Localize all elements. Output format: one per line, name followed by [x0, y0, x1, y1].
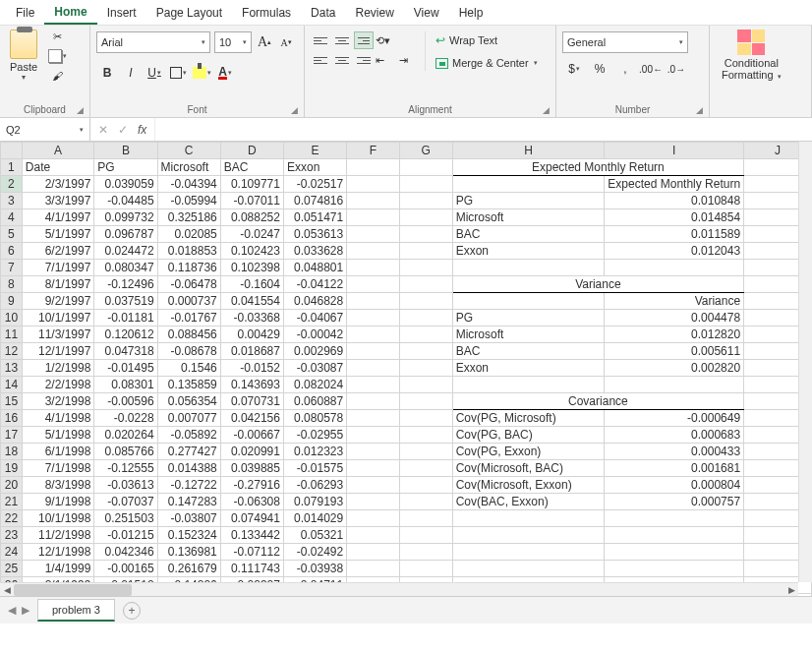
row-header-2[interactable]: 2 [1, 176, 23, 193]
accounting-button[interactable]: $▾ [562, 59, 586, 79]
cell-I24[interactable] [605, 544, 744, 561]
cell-F14[interactable] [347, 377, 400, 393]
cell-H19[interactable]: Cov(Microsoft, BAC) [452, 460, 605, 477]
cell-D11[interactable]: 0.00429 [220, 326, 283, 343]
cell-F19[interactable] [347, 460, 400, 477]
menu-data[interactable]: Data [301, 2, 345, 24]
tab-nav-next-icon[interactable]: ▶ [22, 604, 29, 617]
cell-A15[interactable]: 3/2/1998 [22, 393, 94, 410]
cell-E3[interactable]: 0.074816 [283, 193, 346, 209]
select-all-corner[interactable] [1, 143, 23, 159]
cell-G5[interactable] [399, 226, 452, 243]
cell-D5[interactable]: -0.0247 [220, 226, 283, 243]
cell-G6[interactable] [399, 243, 452, 260]
row-header-15[interactable]: 15 [1, 393, 23, 410]
underline-button[interactable]: U▾ [144, 63, 165, 83]
scroll-left-icon[interactable]: ◀ [0, 583, 14, 597]
cell-B17[interactable]: 0.020264 [94, 427, 157, 444]
row-header-23[interactable]: 23 [1, 527, 23, 544]
cell-F24[interactable] [347, 544, 400, 561]
increase-font-button[interactable]: A▴ [256, 32, 273, 52]
cell-H11[interactable]: Microsoft [452, 326, 605, 343]
cell-I2[interactable]: Expected Monthly Return [605, 176, 744, 193]
cell-F22[interactable] [347, 510, 400, 527]
cell-F9[interactable] [347, 293, 400, 310]
cell-C17[interactable]: -0.05892 [157, 427, 220, 444]
cell-D12[interactable]: 0.018687 [220, 343, 283, 360]
cell-I17[interactable]: 0.000683 [605, 427, 744, 444]
fx-icon[interactable]: fx [138, 123, 146, 137]
cell-D24[interactable]: -0.07112 [220, 544, 283, 561]
cell-E23[interactable]: 0.05321 [283, 527, 346, 544]
wrap-text-button[interactable]: ↩Wrap Text [432, 31, 542, 49]
cell-B16[interactable]: -0.0228 [94, 410, 157, 427]
cell-D1[interactable]: BAC [220, 159, 283, 176]
cell-E25[interactable]: -0.03938 [283, 561, 346, 577]
number-format-select[interactable]: General▾ [562, 31, 688, 53]
formula-input[interactable] [155, 118, 812, 141]
row-header-3[interactable]: 3 [1, 193, 23, 209]
cell-C11[interactable]: 0.088456 [157, 326, 220, 343]
cell-B5[interactable]: 0.096787 [94, 226, 157, 243]
cell-E19[interactable]: -0.01575 [283, 460, 346, 477]
cell-D2[interactable]: 0.109771 [220, 176, 283, 193]
cell-A19[interactable]: 7/1/1998 [22, 460, 94, 477]
cell-E16[interactable]: 0.080578 [283, 410, 346, 427]
cell-H1[interactable]: Expected Monthly Return [452, 159, 743, 176]
font-color-button[interactable]: A▾ [214, 63, 236, 83]
cell-G19[interactable] [399, 460, 452, 477]
cell-I16[interactable]: -0.000649 [605, 410, 744, 427]
cell-F7[interactable] [347, 260, 400, 276]
cell-C7[interactable]: 0.118736 [157, 260, 220, 276]
cell-B2[interactable]: 0.039059 [94, 176, 157, 193]
cell-H8[interactable]: Variance [452, 276, 743, 293]
cell-B6[interactable]: 0.024472 [94, 243, 157, 260]
row-header-12[interactable]: 12 [1, 343, 23, 360]
cell-H12[interactable]: BAC [452, 343, 605, 360]
cell-B22[interactable]: 0.251503 [94, 510, 157, 527]
cell-I6[interactable]: 0.012043 [605, 243, 744, 260]
cell-H20[interactable]: Cov(Microsoft, Exxon) [452, 477, 605, 494]
cell-F16[interactable] [347, 410, 400, 427]
cell-C23[interactable]: 0.152324 [157, 527, 220, 544]
cell-D10[interactable]: -0.03368 [220, 310, 283, 326]
cell-G20[interactable] [399, 477, 452, 494]
cell-A8[interactable]: 8/1/1997 [22, 276, 94, 293]
row-header-16[interactable]: 16 [1, 410, 23, 427]
cell-E2[interactable]: -0.02517 [283, 176, 346, 193]
cell-E5[interactable]: 0.053613 [283, 226, 346, 243]
cell-D25[interactable]: 0.111743 [220, 561, 283, 577]
cell-I21[interactable]: 0.000757 [605, 494, 744, 510]
cell-A5[interactable]: 5/1/1997 [22, 226, 94, 243]
cell-G13[interactable] [399, 360, 452, 377]
cell-G14[interactable] [399, 377, 452, 393]
cell-C10[interactable]: -0.01767 [157, 310, 220, 326]
col-header-I[interactable]: I [605, 143, 744, 159]
cell-C8[interactable]: -0.06478 [157, 276, 220, 293]
col-header-G[interactable]: G [399, 143, 452, 159]
dialog-launcher-icon[interactable]: ◢ [77, 105, 84, 115]
cell-E18[interactable]: 0.012323 [283, 444, 346, 460]
cell-D20[interactable]: -0.27916 [220, 477, 283, 494]
cell-F6[interactable] [347, 243, 400, 260]
cell-C14[interactable]: 0.135859 [157, 377, 220, 393]
cell-F25[interactable] [347, 561, 400, 577]
percent-button[interactable]: % [588, 59, 611, 79]
row-header-5[interactable]: 5 [1, 226, 23, 243]
cell-G9[interactable] [399, 293, 452, 310]
cell-C18[interactable]: 0.277427 [157, 444, 220, 460]
cell-E6[interactable]: 0.033628 [283, 243, 346, 260]
cell-E8[interactable]: -0.04122 [283, 276, 346, 293]
row-header-8[interactable]: 8 [1, 276, 23, 293]
row-header-7[interactable]: 7 [1, 260, 23, 276]
cell-E15[interactable]: 0.060887 [283, 393, 346, 410]
cell-D3[interactable]: -0.07011 [220, 193, 283, 209]
cell-B25[interactable]: -0.00165 [94, 561, 157, 577]
add-sheet-button[interactable]: + [123, 602, 141, 620]
cell-H22[interactable] [452, 510, 605, 527]
cell-G18[interactable] [399, 444, 452, 460]
cell-I19[interactable]: 0.001681 [605, 460, 744, 477]
cell-G8[interactable] [399, 276, 452, 293]
decrease-indent-button[interactable]: ⇤ [376, 51, 397, 69]
cell-F23[interactable] [347, 527, 400, 544]
